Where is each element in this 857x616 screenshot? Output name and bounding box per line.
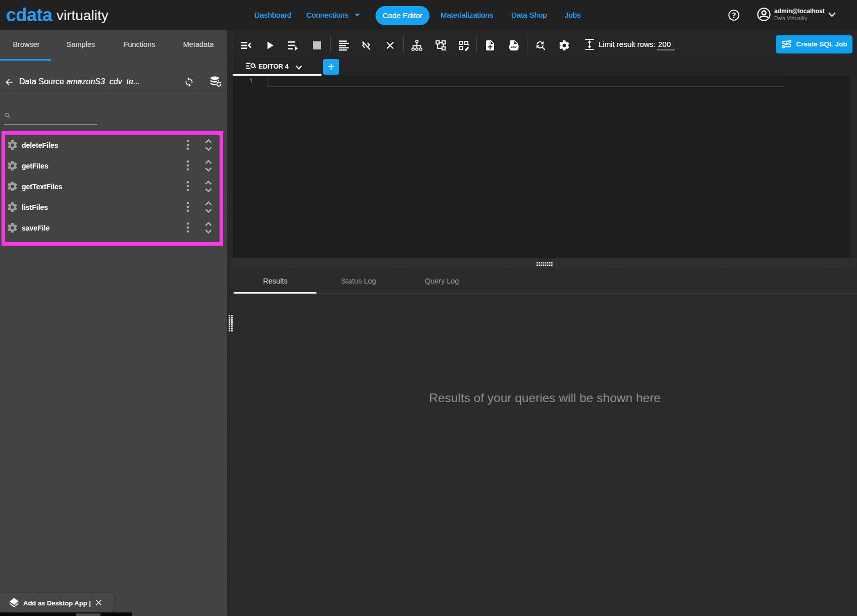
svg-text:CSV: CSV bbox=[511, 45, 517, 48]
